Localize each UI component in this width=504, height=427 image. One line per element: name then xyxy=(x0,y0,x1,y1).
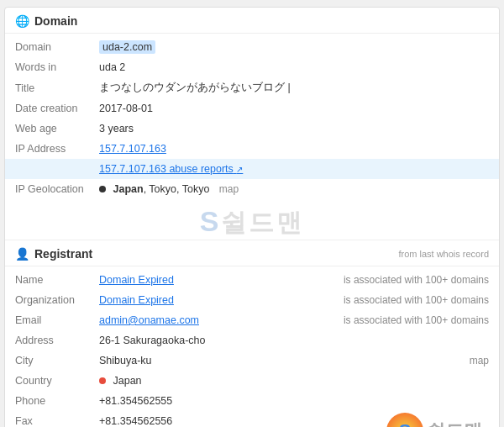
registrant-section-header: 👤 Registrant from last whois record xyxy=(5,240,499,266)
address-row: Address 26-1 Sakuragaoka-cho xyxy=(15,330,489,351)
registrant-title: Registrant xyxy=(34,247,92,261)
web-age-value: 3 years xyxy=(99,123,489,134)
email-row: Email admin@onamae.com is associated wit… xyxy=(15,310,489,330)
web-age-row: Web age 3 years xyxy=(15,119,489,139)
fax-value: +81.354562556 xyxy=(99,415,489,427)
ip-address-value[interactable]: 157.7.107.163 xyxy=(99,143,489,155)
date-creation-row: Date creation 2017-08-01 xyxy=(15,98,489,119)
domain-section-header: 🌐 Domain xyxy=(5,8,499,34)
geo-city-bold: Japan xyxy=(113,183,143,195)
words-in-label: Words in xyxy=(15,61,99,73)
domain-row: Domain uda-2.com xyxy=(15,37,489,57)
domain-title: Domain xyxy=(34,14,77,28)
registrant-section-body: Name Domain Expired is associated with 1… xyxy=(5,266,499,427)
country-row: Country Japan xyxy=(15,371,489,391)
abuse-row: 157.7.107.163 abuse reports ↗ xyxy=(5,159,499,179)
phone-label: Phone xyxy=(15,395,99,407)
domain-icon: 🌐 xyxy=(15,14,29,28)
name-value[interactable]: Domain Expired xyxy=(99,274,330,286)
web-age-label: Web age xyxy=(15,123,99,134)
name-label: Name xyxy=(15,274,99,286)
email-value[interactable]: admin@onamae.com xyxy=(99,314,330,326)
title-row: Title まつなしのウダンがあがらないブログ | xyxy=(15,77,489,98)
address-value: 26-1 Sakuragaoka-cho xyxy=(99,335,489,346)
address-label: Address xyxy=(15,335,99,346)
external-link-icon: ↗ xyxy=(236,165,243,174)
date-creation-value: 2017-08-01 xyxy=(99,103,489,114)
org-label: Organization xyxy=(15,294,99,306)
name-row: Name Domain Expired is associated with 1… xyxy=(15,270,489,290)
registrant-icon: 👤 xyxy=(15,247,29,261)
name-assoc: is associated with 100+ domains xyxy=(344,274,489,286)
phone-row: Phone +81.354562555 xyxy=(15,391,489,411)
geo-map-link[interactable]: map xyxy=(219,183,239,195)
domain-highlight: uda-2.com xyxy=(99,40,155,54)
city-value: Shibuya-ku xyxy=(99,355,463,366)
geolocation-label: IP Geolocation xyxy=(15,183,99,195)
country-label: Country xyxy=(15,375,99,387)
words-in-row: Words in uda 2 xyxy=(15,57,489,77)
email-label: Email xyxy=(15,314,99,326)
abuse-value[interactable]: 157.7.107.163 abuse reports ↗ xyxy=(99,163,489,175)
country-dot xyxy=(99,377,106,384)
registrant-from-label: from last whois record xyxy=(398,249,489,259)
phone-value: +81.354562555 xyxy=(99,395,489,407)
watermark-1-container: S쉴드맨 xyxy=(5,206,499,240)
title-label: Title xyxy=(15,82,99,94)
geolocation-row: IP Geolocation Japan, Tokyo, Tokyo map xyxy=(15,179,489,199)
fax-row: Fax +81.354562556 xyxy=(15,411,489,427)
words-in-value: uda 2 xyxy=(99,61,489,73)
org-assoc: is associated with 100+ domains xyxy=(344,294,489,306)
city-row: City Shibuya-ku map xyxy=(15,351,489,371)
domain-value: uda-2.com xyxy=(99,41,489,53)
org-row: Organization Domain Expired is associate… xyxy=(15,290,489,310)
fax-label: Fax xyxy=(15,415,99,427)
country-value: Japan xyxy=(99,375,489,387)
city-label: City xyxy=(15,355,99,366)
ip-address-label: IP Address xyxy=(15,143,99,155)
date-creation-label: Date creation xyxy=(15,103,99,114)
watermark-1: S쉴드맨 xyxy=(200,206,305,240)
title-value: まつなしのウダンがあがらないブログ | xyxy=(99,81,489,95)
geo-city-rest: , Tokyo, Tokyo xyxy=(144,183,210,195)
domain-section-body: Domain uda-2.com Words in uda 2 Title まつ… xyxy=(5,34,499,206)
email-assoc: is associated with 100+ domains xyxy=(344,314,489,326)
geo-dot xyxy=(99,186,106,192)
geolocation-value: Japan, Tokyo, Tokyo map xyxy=(99,183,489,195)
registrant-header-left: 👤 Registrant xyxy=(15,247,92,261)
org-value[interactable]: Domain Expired xyxy=(99,294,330,306)
city-map-link[interactable]: map xyxy=(470,355,489,366)
ip-address-row: IP Address 157.7.107.163 xyxy=(15,139,489,159)
domain-label: Domain xyxy=(15,41,99,53)
